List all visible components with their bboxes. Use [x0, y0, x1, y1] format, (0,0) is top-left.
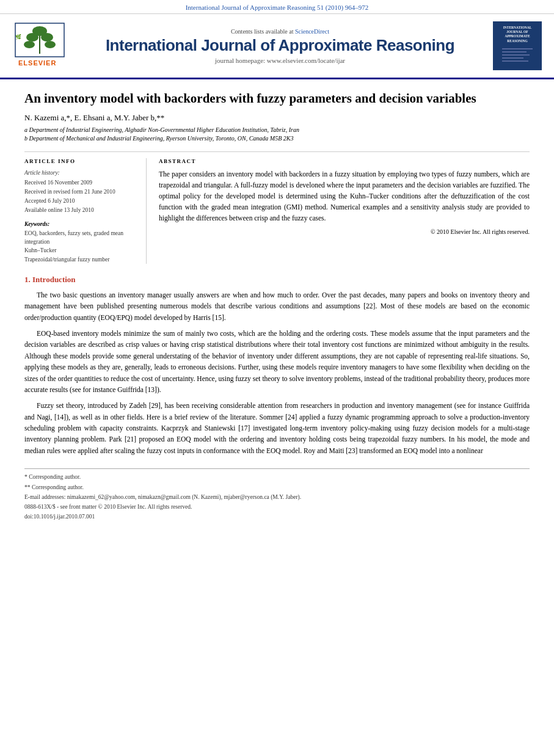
paper-content: An inventory model with backorders with …	[0, 79, 554, 535]
available-date: Available online 13 July 2010	[24, 206, 137, 214]
citation-text: International Journal of Approximate Rea…	[186, 4, 369, 11]
intro-paragraph-1: The two basic questions an inventory man…	[24, 289, 530, 323]
journal-header: 🌿 ELSEVIER Contents lists available at S…	[0, 14, 554, 79]
journal-logo-right: INTERNATIONAL JOURNAL OF APPROXIMATE REA…	[493, 21, 542, 70]
citation-bar: International Journal of Approximate Rea…	[0, 0, 554, 14]
accepted-date: Accepted 6 July 2010	[24, 197, 137, 205]
svg-point-8	[45, 41, 56, 48]
two-column-layout: ARTICLE INFO Article history: Received 1…	[24, 151, 530, 263]
svg-text:🌿: 🌿	[15, 34, 21, 40]
sciencedirect-link[interactable]: ScienceDirect	[295, 28, 329, 35]
keyword-3: Trapezoidal/triangular fuzzy number	[24, 255, 137, 264]
affiliation-2: b Department of Mechanical and Industria…	[24, 135, 530, 142]
journal-homepage: journal homepage: www.elsevier.com/locat…	[73, 57, 487, 64]
history-italic: Article history:	[24, 170, 60, 176]
intro-paragraph-2: EOQ-based inventory models minimize the …	[24, 328, 530, 395]
svg-point-6	[41, 33, 53, 42]
keyword-2: Kuhn–Tucker	[24, 246, 137, 255]
abstract-label: ABSTRACT	[159, 158, 530, 164]
copyright-line: © 2010 Elsevier Inc. All rights reserved…	[159, 228, 530, 235]
paper-title: An inventory model with backorders with …	[24, 90, 530, 107]
footnote-star1: * Corresponding author.	[24, 473, 530, 481]
elsevier-logo: 🌿 ELSEVIER	[12, 20, 67, 71]
keywords-label: Keywords:	[24, 221, 137, 227]
intro-heading: 1. Introduction	[24, 275, 530, 285]
revised-date: Received in revised form 21 June 2010	[24, 188, 137, 196]
abstract-text: The paper considers an inventory model w…	[159, 169, 530, 224]
footnote-email: E-mail addresses: nimakazemi_62@yahoo.co…	[24, 493, 530, 501]
footnote-star2: ** Corresponding author.	[24, 483, 530, 492]
authors-line: N. Kazemi a,*, E. Ehsani a, M.Y. Jaber b…	[24, 113, 530, 123]
affiliation-1: a Department of Industrial Engineering, …	[24, 126, 530, 133]
footnote-area: * Corresponding author. ** Corresponding…	[24, 468, 530, 521]
received-date: Received 16 November 2009	[24, 179, 137, 187]
footnote-issn: 0888-613X/$ - see front matter © 2010 El…	[24, 503, 530, 511]
introduction-section: 1. Introduction The two basic questions …	[24, 275, 530, 456]
footnote-doi: doi:10.1016/j.ijar.2010.07.001	[24, 512, 530, 521]
keyword-1: EOQ, backorders, fuzzy sets, graded mean…	[24, 229, 137, 247]
svg-point-7	[24, 41, 35, 48]
journal-center: Contents lists available at ScienceDirec…	[73, 28, 487, 64]
history-label: Article history:	[24, 169, 137, 177]
contents-available: Contents lists available at ScienceDirec…	[73, 28, 487, 35]
svg-point-5	[26, 33, 38, 42]
intro-paragraph-3: Fuzzy set theory, introduced by Zadeh [2…	[24, 400, 530, 456]
authors-text: N. Kazemi a,*, E. Ehsani a, M.Y. Jaber b…	[24, 113, 164, 122]
article-info-column: ARTICLE INFO Article history: Received 1…	[24, 158, 147, 263]
article-info-label: ARTICLE INFO	[24, 158, 137, 164]
ijar-logo-box: INTERNATIONAL JOURNAL OF APPROXIMATE REA…	[493, 21, 542, 70]
journal-title: International Journal of Approximate Rea…	[73, 36, 487, 55]
svg-text:ELSEVIER: ELSEVIER	[18, 59, 56, 67]
abstract-column: ABSTRACT The paper considers an inventor…	[159, 158, 530, 263]
